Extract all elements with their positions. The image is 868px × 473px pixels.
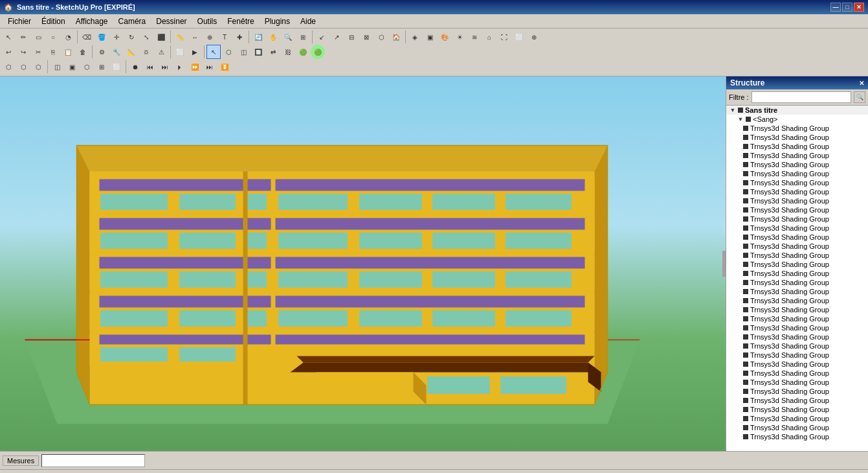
tree-group-16[interactable]: Trnsys3d Shading Group xyxy=(740,260,868,269)
tree-group-6[interactable]: Trnsys3d Shading Group xyxy=(740,169,868,178)
pencil-tool-btn[interactable]: ✏ xyxy=(16,30,30,44)
r2-10[interactable]: ⛭ xyxy=(139,45,153,59)
dim-btn[interactable]: ↔ xyxy=(188,30,202,44)
filter-search-button[interactable]: 🔍 xyxy=(854,91,865,103)
r2-12[interactable]: ⬜ xyxy=(173,45,187,59)
axes-btn[interactable]: ⊕ xyxy=(527,30,541,44)
tree-group-32[interactable]: Trnsys3d Shading Group xyxy=(740,405,868,414)
proto-btn[interactable]: ⊕ xyxy=(203,30,217,44)
tree-group-10[interactable]: Trnsys3d Shading Group xyxy=(740,205,868,214)
text-btn[interactable]: T xyxy=(217,30,232,44)
tree-group-35[interactable]: Trnsys3d Shading Group xyxy=(740,432,868,441)
t1[interactable]: ↙ xyxy=(315,30,329,44)
shadow-btn[interactable]: ☀ xyxy=(452,30,467,44)
house-btn[interactable]: ⌂ xyxy=(482,30,496,44)
anim5-btn[interactable]: ⏩ xyxy=(188,60,202,74)
zoomwindow-btn[interactable]: ⊞ xyxy=(296,30,310,44)
t2[interactable]: ↗ xyxy=(329,30,344,44)
orbit-btn[interactable]: 🔄 xyxy=(251,30,265,44)
tree-group-12[interactable]: Trnsys3d Shading Group xyxy=(740,224,868,233)
anim4-btn[interactable]: ⏵ xyxy=(173,60,187,74)
tree-group-9[interactable]: Trnsys3d Shading Group xyxy=(740,196,868,205)
tree-group-24[interactable]: Trnsys3d Shading Group xyxy=(740,332,868,341)
r2-7[interactable]: ⚙ xyxy=(95,45,109,59)
panel-resize-handle[interactable] xyxy=(722,251,726,277)
tree-group-13[interactable]: Trnsys3d Shading Group xyxy=(740,233,868,242)
anim7-btn[interactable]: ⏬ xyxy=(217,60,232,74)
viewport[interactable] xyxy=(0,76,726,451)
tree-root[interactable]: ▼ Sans titre xyxy=(726,106,868,115)
move-btn[interactable]: ✛ xyxy=(109,30,124,44)
filter-input[interactable] xyxy=(751,91,851,103)
r2-2[interactable]: ↪ xyxy=(16,45,30,59)
view1-btn[interactable]: ⬡ xyxy=(1,60,16,74)
minimize-button[interactable]: — xyxy=(830,3,841,12)
fog-btn[interactable]: ≋ xyxy=(467,30,482,44)
view2-btn[interactable]: ⬡ xyxy=(16,60,30,74)
r2-8[interactable]: 🔧 xyxy=(109,45,124,59)
view5-btn[interactable]: ▣ xyxy=(65,60,79,74)
tree-group-15[interactable]: Trnsys3d Shading Group xyxy=(740,251,868,260)
r2-16[interactable]: 🔲 xyxy=(251,45,265,59)
scale-btn[interactable]: ⤡ xyxy=(139,30,153,44)
t5[interactable]: ⬡ xyxy=(374,30,388,44)
menu-edition[interactable]: Édition xyxy=(36,16,71,27)
tree-group-25[interactable]: Trnsys3d Shading Group xyxy=(740,341,868,351)
tree-group-3[interactable]: Trnsys3d Shading Group xyxy=(740,142,868,151)
eraser-btn[interactable]: ⌫ xyxy=(80,30,94,44)
circle-tool-btn[interactable]: ○ xyxy=(46,30,60,44)
r2-9[interactable]: 📐 xyxy=(124,45,139,59)
group-btn[interactable]: ▣ xyxy=(423,30,437,44)
t6[interactable]: 🏠 xyxy=(389,30,403,44)
tree-group-27[interactable]: Trnsys3d Shading Group xyxy=(740,360,868,369)
r2-14[interactable]: ⬡ xyxy=(221,45,236,59)
select-tool-btn[interactable]: ↖ xyxy=(1,30,16,44)
cursor-btn[interactable]: ↖ xyxy=(206,45,221,59)
axis-btn[interactable]: ✚ xyxy=(232,30,247,44)
component-btn[interactable]: ◈ xyxy=(408,30,422,44)
tree-group-11[interactable]: Trnsys3d Shading Group xyxy=(740,214,868,224)
tree-group-18[interactable]: Trnsys3d Shading Group xyxy=(740,278,868,287)
tree-sang[interactable]: ▼ <Sang> xyxy=(734,115,868,124)
maximize-button[interactable]: □ xyxy=(842,3,852,12)
tree-group-7[interactable]: Trnsys3d Shading Group xyxy=(740,178,868,187)
tree-group-33[interactable]: Trnsys3d Shading Group xyxy=(740,414,868,423)
structure-close-icon[interactable]: ✕ xyxy=(859,80,864,87)
ground-btn[interactable]: ⬜ xyxy=(512,30,526,44)
r2-17[interactable]: ⇄ xyxy=(266,45,280,59)
zoom-btn[interactable]: 🔍 xyxy=(281,30,295,44)
menu-dessiner[interactable]: Dessiner xyxy=(151,16,192,27)
material-btn[interactable]: 🎨 xyxy=(438,30,452,44)
close-button[interactable]: ✕ xyxy=(854,3,864,12)
view7-btn[interactable]: ⊞ xyxy=(95,60,109,74)
menu-affichage[interactable]: Affichage xyxy=(71,16,113,27)
tree-group-28[interactable]: Trnsys3d Shading Group xyxy=(740,369,868,378)
r2-5[interactable]: 📋 xyxy=(61,45,75,59)
view6-btn[interactable]: ⬡ xyxy=(80,60,94,74)
r2-4[interactable]: ⎘ xyxy=(46,45,60,59)
r2-19[interactable]: 🟢 xyxy=(296,45,310,59)
tree-group-19[interactable]: Trnsys3d Shading Group xyxy=(740,287,868,296)
anim6-btn[interactable]: ⏭ xyxy=(203,60,217,74)
tree-group-23[interactable]: Trnsys3d Shading Group xyxy=(740,323,868,332)
tree-group-8[interactable]: Trnsys3d Shading Group xyxy=(740,187,868,196)
tree-group-22[interactable]: Trnsys3d Shading Group xyxy=(740,314,868,323)
r2-3[interactable]: ✂ xyxy=(31,45,45,59)
tree-group-5[interactable]: Trnsys3d Shading Group xyxy=(740,160,868,169)
anim3-btn[interactable]: ⏭ xyxy=(158,60,172,74)
r2-15[interactable]: ◫ xyxy=(236,45,250,59)
push-btn[interactable]: ⬛ xyxy=(154,30,168,44)
walk-btn[interactable]: ⛶ xyxy=(497,30,511,44)
arc-tool-btn[interactable]: ◔ xyxy=(61,30,75,44)
pan-btn[interactable]: ✋ xyxy=(266,30,280,44)
tree-group-20[interactable]: Trnsys3d Shading Group xyxy=(740,296,868,305)
menu-aide[interactable]: Aide xyxy=(295,16,321,27)
menu-fenetre[interactable]: Fenêtre xyxy=(222,16,259,27)
tree-group-31[interactable]: Trnsys3d Shading Group xyxy=(740,396,868,405)
rect-tool-btn[interactable]: ▭ xyxy=(31,30,45,44)
tree-group-34[interactable]: Trnsys3d Shading Group xyxy=(740,423,868,432)
r2-20[interactable]: 🟢 xyxy=(311,45,325,59)
tree-group-2[interactable]: Trnsys3d Shading Group xyxy=(740,133,868,142)
tree-group-4[interactable]: Trnsys3d Shading Group xyxy=(740,151,868,160)
measures-input[interactable] xyxy=(41,454,145,467)
